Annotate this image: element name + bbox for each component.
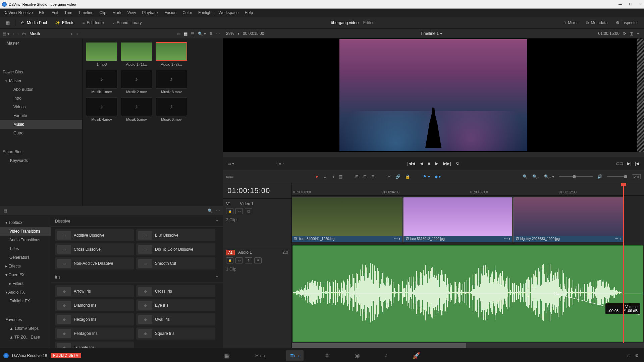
menu-view[interactable]: View <box>127 10 136 15</box>
video-track-v1[interactable]: 🖼bear-3400641_1920.jpg〰 ◆🖼bee-5618012_19… <box>292 196 644 244</box>
openfx-heading[interactable]: ▾ Open FX <box>0 270 51 279</box>
match-frame-icon[interactable]: ⊏⊐ <box>616 161 624 166</box>
sort-icon[interactable]: ⇅ <box>209 32 213 36</box>
bin-musik[interactable]: Musik <box>0 120 82 129</box>
inspector-button[interactable]: ⚙ Inspector <box>613 19 641 26</box>
menu-davinci[interactable]: DaVinci Resolve <box>3 10 33 15</box>
audio-clip[interactable]: ◇ Volume -00:03 -21.06 dB <box>292 245 643 342</box>
clip-item[interactable]: Audio 1 (1)... <box>121 42 152 66</box>
settings-icon[interactable]: ⚙ <box>635 353 639 358</box>
zoom-slider[interactable] <box>559 176 593 177</box>
replace-icon[interactable]: ⊟ <box>371 174 375 179</box>
titles[interactable]: Titles <box>0 244 51 253</box>
fairlight-page-icon[interactable]: ♪ <box>381 350 392 361</box>
media-pool-button[interactable]: 🗀 Media Pool <box>18 19 50 26</box>
in-point-icon[interactable]: |◀ <box>635 161 639 166</box>
effects-category[interactable]: ▸ Effects <box>0 262 51 270</box>
timeline-h-scrollbar[interactable] <box>292 343 644 348</box>
menu-mark[interactable]: Mark <box>112 10 121 15</box>
video-track-head[interactable]: V1 Video 1 🔒 ▭ ▢ 3 Clips <box>223 199 291 247</box>
zoom-level[interactable]: 29% <box>226 31 234 36</box>
effects-layout-icon[interactable]: ▤ <box>3 208 7 213</box>
bin-videos[interactable]: Videos <box>0 103 82 111</box>
clip-item[interactable]: Audio 1 (2)... <box>156 42 187 66</box>
bin-dropdown-icon[interactable]: ▤ ▾ <box>3 32 9 36</box>
transition-item[interactable]: ▭Additive Dissolve <box>55 229 134 241</box>
clip-item[interactable]: ♪Musik 6.mov <box>156 97 187 121</box>
history-back-icon[interactable]: ‹ <box>13 32 14 36</box>
clip-item[interactable]: ♪Musik 5.mov <box>121 97 152 121</box>
edit-page-icon[interactable]: ≡▭ <box>286 350 304 361</box>
transition-item[interactable]: ▭Dip To Color Dissolve <box>136 243 215 255</box>
transition-item[interactable]: ◆Cross Iris <box>136 285 215 297</box>
video-clip[interactable]: 🖼bee-5618012_1920.jpg〰 ◆ <box>403 197 513 242</box>
effects-button[interactable]: ✨ Effects <box>52 19 77 26</box>
out-point-icon[interactable]: ▶| <box>627 161 631 166</box>
zoom-out-icon[interactable]: 🔍₋ <box>532 174 539 179</box>
menu-fairlight[interactable]: Fairlight <box>198 10 213 15</box>
sound-library-button[interactable]: ♪ Sound Library <box>110 19 145 26</box>
menu-timeline[interactable]: Timeline <box>78 10 93 15</box>
a1-badge[interactable]: A1 <box>226 250 235 255</box>
transition-item[interactable]: ▭Blur Dissolve <box>136 229 215 241</box>
transition-item[interactable]: ▭Smooth Cut <box>136 257 215 269</box>
bin-keywords[interactable]: Keywords <box>0 156 82 165</box>
volume-icon[interactable]: 🔊 <box>597 174 602 179</box>
next-frame-button[interactable]: ▶▶| <box>443 161 451 166</box>
video-transitions[interactable]: Video Transitions <box>0 227 51 236</box>
viewer-more-icon[interactable]: ⋯ <box>637 31 641 36</box>
viewer-scrubber[interactable] <box>223 152 644 157</box>
a1-solo-button[interactable]: S <box>245 257 252 263</box>
menu-edit[interactable]: Edit <box>51 10 58 15</box>
video-clip[interactable]: 🖼bear-3400641_1920.jpg〰 ◆ <box>292 197 402 242</box>
transition-item[interactable]: ◆Arrow Iris <box>55 285 134 297</box>
razor-icon[interactable]: ✂ <box>387 174 391 179</box>
transition-item[interactable]: ◆Triangle Iris <box>55 342 134 348</box>
v1-lock-icon[interactable]: 🔒 <box>226 208 233 214</box>
play-button[interactable]: ▶ <box>435 161 438 166</box>
menu-playback[interactable]: Playback <box>142 10 158 15</box>
viewer-monitor[interactable] <box>223 39 644 152</box>
effects-more-icon[interactable]: ⋯ <box>216 208 220 213</box>
a1-lock-icon[interactable]: 🔒 <box>226 257 233 263</box>
generators[interactable]: Generators <box>0 253 51 262</box>
zoom-dropdown-icon[interactable]: ▾ <box>237 31 239 36</box>
trim-tool-icon[interactable]: ⫠ <box>323 174 327 179</box>
toolbox-heading[interactable]: ▾ Toolbox <box>0 218 51 227</box>
clip-item[interactable]: ♪Musik 2.mov <box>121 70 152 94</box>
transition-item[interactable]: ▭Cross Dissolve <box>55 243 134 255</box>
edit-index-button[interactable]: ≡ Edit Index <box>80 19 107 26</box>
clip-item[interactable]: ♪Musik 3.mov <box>156 70 187 94</box>
dual-viewer-icon[interactable]: ◫ <box>630 31 633 36</box>
transition-item[interactable]: ▭Non-Additive Dissolve <box>55 257 134 269</box>
dynamic-trim-icon[interactable]: ⫞ <box>332 174 334 179</box>
fav-tpzo[interactable]: ▲ TP ZO... Ease <box>0 333 51 342</box>
bin-fortnite[interactable]: Fortnite <box>0 111 82 120</box>
fade-handle-icon[interactable]: ◇ <box>606 297 609 302</box>
home-icon[interactable]: ⌂ <box>627 353 630 358</box>
media-page-icon[interactable]: ▦ <box>220 350 234 361</box>
list-view-icon[interactable]: ☰ <box>191 32 195 36</box>
menu-workspace[interactable]: Workspace <box>219 10 239 15</box>
transition-item[interactable]: ◆Pentagon Iris <box>55 327 134 340</box>
blade-tool-icon[interactable]: ▥ <box>339 174 342 179</box>
transition-item[interactable]: ◆Hexagon Iris <box>55 313 134 325</box>
audiofx-heading[interactable]: ▾ Audio FX <box>0 288 51 297</box>
transition-item[interactable]: ◆Diamond Iris <box>55 299 134 311</box>
transition-item[interactable]: ◆Square Iris <box>136 327 215 340</box>
strip-view-icon[interactable]: ▭ <box>177 32 180 36</box>
insert-icon[interactable]: ⊞ <box>355 174 359 179</box>
more-icon[interactable]: ⋯ <box>216 32 220 36</box>
selection-tool-icon[interactable]: ➤ <box>315 174 319 179</box>
transition-item[interactable]: ◆Eye Iris <box>136 299 215 311</box>
timeline-name[interactable]: Timeline 1 <box>420 31 439 36</box>
link-icon[interactable]: 🔗 <box>395 174 400 179</box>
search-icon[interactable]: 🔍 ▾ <box>198 32 206 36</box>
clip-item[interactable]: ♪Musik 1.mov <box>86 70 117 94</box>
v1-disable-icon[interactable]: ▢ <box>245 208 252 214</box>
audio-track-a1[interactable]: ◇ Volume -00:03 -21.06 dB <box>292 244 644 343</box>
fav-100mv[interactable]: ▲ 100mV Steps <box>0 324 51 333</box>
prev-frame-button[interactable]: ◀ <box>420 161 423 166</box>
layout-icon[interactable]: ▦ <box>3 19 12 26</box>
fusion-page-icon[interactable]: ⚛ <box>320 350 334 361</box>
